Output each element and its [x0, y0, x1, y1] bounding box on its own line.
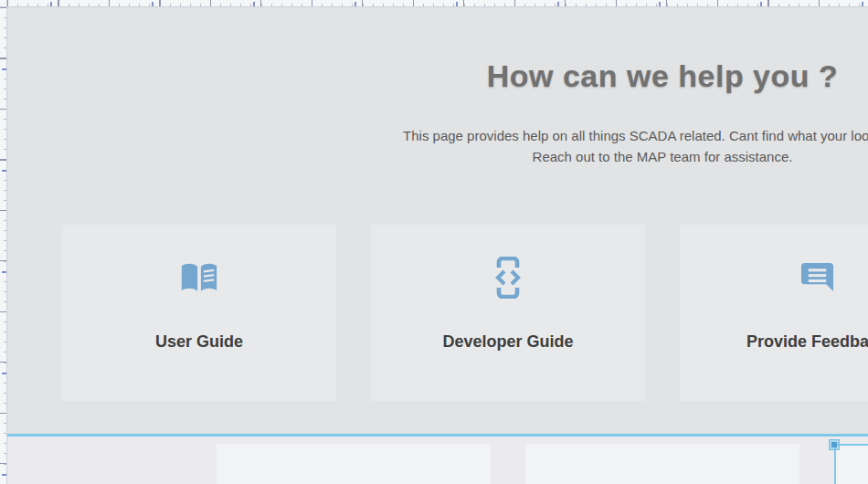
phone-code-icon — [491, 256, 525, 300]
panel-placeholder[interactable] — [525, 444, 799, 484]
page-subtitle: This page provides help on all things SC… — [7, 125, 868, 167]
panel-placeholder[interactable] — [217, 444, 491, 484]
user-guide-card[interactable]: User Guide — [62, 225, 336, 401]
subtitle-line-2: Reach out to the MAP team for assistance… — [7, 146, 868, 167]
design-canvas[interactable]: How can we help you ? This page provides… — [7, 7, 868, 484]
lower-section — [7, 437, 868, 484]
selection-resize-handle[interactable] — [829, 439, 840, 450]
feedback-bubble-icon — [799, 256, 835, 300]
designer-viewport: How can we help you ? This page provides… — [0, 0, 868, 484]
developer-guide-card[interactable]: Developer Guide — [371, 225, 645, 401]
provide-feedback-label: Provide Feedback — [746, 332, 868, 352]
help-cards-row: User Guide Developer Guide — [62, 225, 868, 401]
developer-guide-label: Developer Guide — [442, 332, 573, 352]
ruler-corner — [0, 0, 7, 7]
subtitle-line-1: This page provides help on all things SC… — [7, 125, 868, 146]
help-page: How can we help you ? This page provides… — [7, 7, 868, 484]
page-title: How can we help you ? — [7, 58, 868, 94]
open-book-icon — [179, 256, 219, 300]
provide-feedback-card[interactable]: Provide Feedback — [680, 225, 868, 401]
user-guide-label: User Guide — [155, 332, 243, 352]
horizontal-ruler — [7, 0, 868, 7]
vertical-ruler — [0, 7, 7, 484]
